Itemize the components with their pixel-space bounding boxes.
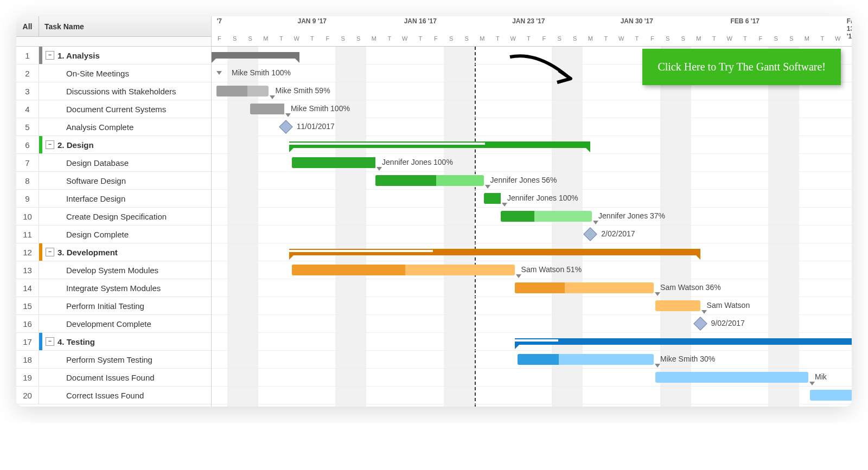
milestone-icon[interactable] — [279, 120, 292, 133]
task-row[interactable]: 9Interface Design — [16, 190, 211, 208]
row-number: 17 — [16, 333, 39, 350]
day-label: S — [789, 35, 793, 42]
row-number: 2 — [16, 65, 39, 82]
row-number: 6 — [16, 136, 39, 153]
collapse-icon[interactable]: − — [46, 51, 54, 60]
cta-try-software-button[interactable]: Click Here to Try The Gantt Software! — [642, 49, 841, 85]
bar-label: Jennifer Jones 100% — [507, 194, 578, 202]
arrow-down-icon — [655, 364, 660, 368]
task-bar[interactable]: Sam Watson 51% — [292, 265, 514, 275]
task-bar[interactable] — [810, 390, 852, 401]
arrow-down-icon — [216, 71, 222, 75]
task-bar[interactable]: Sam Watson — [655, 300, 700, 311]
task-rows: 1−1. Analysis2On-Site Meetings3Discussio… — [16, 47, 211, 404]
task-bar[interactable]: Mik — [655, 372, 808, 383]
task-name: Development Complete — [42, 319, 211, 329]
task-name: −3. Development — [42, 248, 211, 257]
day-label: T — [418, 35, 422, 42]
task-row[interactable]: 18Perform System Testing — [16, 351, 211, 369]
column-task-name[interactable]: Task Name — [39, 22, 84, 31]
task-row[interactable]: 2On-Site Meetings — [16, 65, 211, 82]
task-row[interactable]: 8Software Design — [16, 172, 211, 190]
task-row[interactable]: 20Correct Issues Found — [16, 387, 211, 404]
bar-label: Mike Smith 100% — [232, 68, 291, 77]
timeline-row — [212, 387, 852, 404]
day-label: S — [558, 35, 561, 42]
task-name: Document Issues Found — [42, 373, 211, 382]
summary-bar[interactable] — [212, 52, 299, 59]
task-row[interactable]: 10Create Design Specification — [16, 208, 211, 226]
day-label: F — [650, 35, 654, 42]
collapse-icon[interactable]: − — [46, 337, 54, 346]
arrow-down-icon — [701, 310, 707, 314]
timeline-row: Jennifer Jones 37% — [212, 208, 852, 226]
day-label: T — [527, 35, 531, 42]
task-row[interactable]: 12−3. Development — [16, 243, 211, 261]
day-label: T — [496, 35, 500, 42]
bar-label: Mike Smith 30% — [660, 355, 715, 363]
task-name: Design Complete — [42, 230, 211, 239]
collapse-icon[interactable]: − — [46, 248, 54, 256]
week-label: FEB 13 '17 — [847, 17, 852, 40]
summary-bar[interactable] — [289, 141, 591, 148]
task-bar[interactable]: Sam Watson 36% — [515, 282, 654, 293]
task-row[interactable]: 15Perform Initial Testing — [16, 297, 211, 315]
task-bar[interactable]: Jennifer Jones 37% — [501, 211, 592, 222]
timeline-header: FSSMTWTFSSMTWTFSSMTWTFSSMTWTFSSMTWTFSSMT… — [212, 16, 852, 47]
task-bar[interactable]: Jennifer Jones 100% — [484, 193, 501, 204]
column-all[interactable]: All — [16, 16, 39, 36]
task-bar[interactable]: Jennifer Jones 56% — [375, 175, 484, 186]
task-row[interactable]: 16Development Complete — [16, 315, 211, 333]
day-label: S — [248, 35, 252, 42]
summary-bar[interactable] — [515, 338, 852, 345]
day-label: W — [835, 35, 840, 42]
summary-bar[interactable] — [289, 249, 700, 255]
row-number: 20 — [16, 387, 39, 404]
task-bar[interactable]: Mike Smith 100% — [250, 104, 284, 114]
task-name: Software Design — [42, 176, 211, 185]
task-row[interactable]: 14Integrate System Modules — [16, 279, 211, 297]
task-bar[interactable]: Mike Smith 59% — [216, 86, 269, 96]
day-label: W — [618, 35, 624, 42]
progress-fill — [292, 265, 405, 275]
arrow-down-icon — [655, 292, 660, 296]
bar-label: Mik — [815, 372, 827, 381]
task-row[interactable]: 3Discussions with Stakeholders — [16, 82, 211, 100]
week-label: JAN 9 '17 — [297, 17, 327, 25]
task-bar[interactable]: Jennifer Jones 100% — [292, 157, 375, 168]
milestone-icon[interactable] — [693, 317, 707, 330]
task-row[interactable]: 11Design Complete — [16, 226, 211, 243]
timeline-panel[interactable]: FSSMTWTFSSMTWTFSSMTWTFSSMTWTFSSMTWTFSSMT… — [212, 16, 852, 407]
task-row[interactable]: 19Document Issues Found — [16, 369, 211, 387]
task-row[interactable]: 6−2. Design — [16, 136, 211, 154]
collapse-icon[interactable]: − — [46, 140, 54, 149]
gantt-chart: All Task Name 1−1. Analysis2On-Site Meet… — [16, 16, 852, 407]
task-row[interactable]: 17−4. Testing — [16, 333, 211, 351]
task-bar[interactable]: Mike Smith 30% — [518, 354, 654, 365]
day-label: W — [727, 35, 732, 42]
progress-fill — [515, 282, 565, 293]
row-number: 16 — [16, 315, 39, 332]
task-name: Interface Design — [42, 194, 211, 203]
day-label: T — [712, 35, 716, 42]
row-number: 4 — [16, 100, 39, 118]
row-number: 9 — [16, 190, 39, 207]
task-row[interactable]: 7Design Database — [16, 154, 211, 172]
milestone-label: 2/02/2017 — [601, 229, 635, 238]
day-label: M — [263, 35, 268, 42]
timeline-row — [212, 333, 852, 351]
timeline-row: 2/02/2017 — [212, 226, 852, 243]
arrow-down-icon — [376, 167, 382, 171]
task-name: −2. Design — [42, 140, 211, 150]
task-row[interactable]: 4Document Current Systems — [16, 100, 211, 118]
task-row[interactable]: 5Analysis Complete — [16, 118, 211, 136]
progress-fill — [250, 104, 284, 114]
timeline-row: Jennifer Jones 56% — [212, 172, 852, 190]
task-row[interactable]: 13Develop System Modules — [16, 261, 211, 279]
arrow-down-icon — [285, 113, 291, 117]
timeline-row: Mike Smith 100% — [212, 100, 852, 118]
task-row[interactable]: 1−1. Analysis — [16, 47, 211, 65]
milestone-icon[interactable] — [584, 227, 597, 241]
timeline-body: Mike Smith 100%Mike Smith 59%Mike Smith … — [212, 47, 852, 407]
row-number: 1 — [16, 47, 39, 64]
